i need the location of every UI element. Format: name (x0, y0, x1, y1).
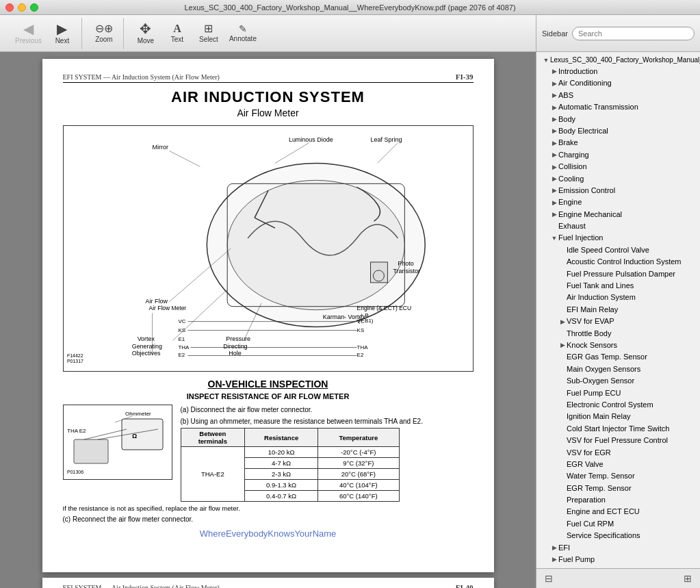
sidebar-item-fuel-tank-lines[interactable]: Fuel Tank and Lines (536, 280, 700, 292)
sidebar-item-preparation[interactable]: Preparation (536, 494, 700, 506)
svg-text:(+ B1): (+ B1) (358, 318, 373, 324)
sidebar-item-fuel-cut-rpm[interactable]: Fuel Cut RPM (536, 518, 700, 530)
arrow-charging: ▶ (550, 151, 558, 159)
sidebar-item-vsv-fuel[interactable]: VSV for Fuel Pressure Control (536, 435, 700, 446)
sidebar-item-brake[interactable]: ▶Brake (536, 137, 700, 149)
select-label: Select (199, 36, 218, 43)
steps-and-table: (a) Disconnect the air flow meter connec… (181, 405, 474, 502)
sidebar-item-egr-valve[interactable]: EGR Valve (536, 459, 700, 470)
svg-text:Hole: Hole (229, 350, 241, 357)
next-button[interactable]: ▶ Next (47, 18, 77, 49)
select-icon: ⊞ (204, 23, 213, 34)
sidebar-item-egr-gas[interactable]: EGR Gas Temp. Sensor (536, 351, 700, 363)
sidebar-item-fuel-pressure-pulsation[interactable]: Fuel Pressure Pulsation Damper (536, 268, 700, 280)
sidebar-item-automatic-transmission[interactable]: ▶Automatic Transmission (536, 101, 700, 113)
arrow-be: ▶ (550, 127, 558, 136)
cell-terminals: THA-E2 (181, 447, 245, 502)
search-box[interactable] (572, 27, 695, 40)
previous-button[interactable]: ◀ Previous (11, 18, 46, 49)
sidebar-item-emission[interactable]: ▶Emission Control (536, 185, 700, 196)
sidebar-item-abs[interactable]: ▶ABS (536, 90, 700, 101)
sidebar-item-ignition-main-relay[interactable]: Ignition Main Relay (536, 411, 700, 422)
sidebar-item-water-temp[interactable]: Water Temp. Sensor (536, 470, 700, 482)
main-layout: EFI SYSTEM — Air Induction System (Air F… (0, 52, 700, 588)
sidebar-item-acoustic[interactable]: Acoustic Control Induction System (536, 256, 700, 268)
next-icon: ▶ (57, 22, 67, 36)
svg-text:Luminous Diode: Luminous Diode (288, 136, 333, 143)
svg-text:Ohmmeter: Ohmmeter (125, 411, 151, 417)
svg-rect-11 (370, 262, 387, 283)
svg-text:E2: E2 (178, 352, 185, 358)
text-button[interactable]: A Text (162, 18, 192, 49)
sidebar-item-knock[interactable]: ▶Knock Sensors (536, 340, 700, 351)
pdf-page-main: EFI SYSTEM — Air Induction System (Air F… (42, 59, 494, 572)
sidebar-item-throttle[interactable]: Throttle Body (536, 328, 700, 340)
close-button[interactable] (5, 3, 14, 12)
svg-text:Directing: Directing (223, 343, 247, 350)
sidebar-item-cooling[interactable]: ▶Cooling (536, 173, 700, 185)
sidebar-item-fuel-pump[interactable]: ▶Fuel Pump (536, 554, 700, 565)
tree-root[interactable]: ▼ Lexus_SC_300_400_Factory_Workshop_Manu… (536, 55, 700, 66)
sidebar-item-engine-mech[interactable]: ▶Engine Mechanical (536, 209, 700, 220)
sidebar-item-vsv-egr[interactable]: VSV for EGR (536, 447, 700, 459)
pdf-footer-text: EFI SYSTEM — Air Induction System (Air F… (63, 584, 220, 589)
tools-group: ✥ Move A Text ⊞ Select ✎ Annotate (127, 18, 265, 49)
minimize-button[interactable] (18, 3, 26, 12)
sidebar-expand-button[interactable]: ⊞ (681, 572, 695, 585)
sidebar-item-sub-oxygen[interactable]: Sub-Oxygen Sensor (536, 375, 700, 387)
sidebar-item-fuel-injection[interactable]: ▼Fuel Injection (536, 232, 700, 244)
move-label: Move (138, 37, 154, 44)
fi-footer-number: FI-40 (456, 583, 474, 588)
annotate-button[interactable]: ✎ Annotate (225, 18, 261, 49)
sidebar-collapse-button[interactable]: ⊟ (542, 572, 556, 585)
sidebar-item-electronic-control[interactable]: Electronic Control System (536, 399, 700, 411)
previous-label: Previous (15, 37, 42, 44)
arrow-ac: ▶ (550, 79, 558, 88)
svg-line-5 (169, 151, 200, 166)
sidebar-item-efi[interactable]: ▶EFI (536, 542, 700, 554)
main-diagram: Luminous Diode Leaf Spring Mirror (63, 125, 474, 372)
arrow-body: ▶ (550, 115, 558, 123)
annotate-label: Annotate (229, 35, 257, 42)
search-input[interactable] (578, 29, 688, 38)
sidebar-item-service-specs[interactable]: Service Specifications (536, 530, 700, 541)
select-button[interactable]: ⊞ Select (194, 18, 224, 49)
sidebar-item-engine[interactable]: ▶Engine (536, 196, 700, 208)
svg-text:Transistor: Transistor (393, 268, 420, 274)
svg-text:E2: E2 (357, 352, 363, 358)
sidebar-tree[interactable]: ▼ Lexus_SC_300_400_Factory_Workshop_Manu… (536, 52, 700, 568)
sidebar-item-charging[interactable]: ▶Charging (536, 149, 700, 161)
sidebar-item-efi-main-relay[interactable]: EFI Main Relay (536, 304, 700, 316)
titlebar-buttons (5, 3, 38, 12)
pdf-page-partial: EFI SYSTEM — Air Induction System (Air F… (42, 578, 494, 588)
sidebar-item-cold-start-time[interactable]: Cold Start Injector Time Switch (536, 423, 700, 435)
sidebar-item-engine-ect-ecu[interactable]: Engine and ECT ECU (536, 506, 700, 517)
table-row: THA-E2 10-20 kΩ -20°C (-4°F) (181, 447, 399, 458)
sidebar-item-body-electrical[interactable]: ▶Body Electrical (536, 125, 700, 137)
arrow-em: ▶ (550, 210, 558, 218)
sidebar-item-body[interactable]: ▶Body (536, 114, 700, 125)
step-c: (c) Reconnect the air flow meter connect… (63, 514, 474, 524)
inspection-section: ON-VEHICLE INSPECTION INSPECT RESISTANCE… (63, 379, 474, 524)
sidebar-item-airconditioning[interactable]: ▶Air Conditioning (536, 77, 700, 89)
sidebar-item-exhaust[interactable]: ▶Exhaust (536, 220, 700, 232)
sidebar-item-air-induction-1[interactable]: Air Induction System (536, 292, 700, 303)
col-temperature: Temperature (318, 429, 399, 447)
sidebar-item-idle-speed[interactable]: Idle Speed Control Valve (536, 244, 700, 256)
pdf-header-text: EFI SYSTEM — Air Induction System (Air F… (63, 73, 220, 81)
text-icon: A (173, 23, 181, 34)
sidebar-item-vsv-evap[interactable]: ▶VSV for EVAP (536, 316, 700, 327)
sidebar-item-main-oxygen[interactable]: Main Oxygen Sensors (536, 363, 700, 375)
zoom-button[interactable]: ⊖⊕ Zoom (89, 18, 119, 49)
move-button[interactable]: ✥ Move (131, 18, 161, 49)
svg-line-2 (274, 143, 309, 164)
small-diagram: Ohmmeter THA E2 Ω P01306 (63, 405, 172, 480)
maximize-button[interactable] (30, 3, 38, 12)
sidebar-item-introduction[interactable]: ▶Introduction (536, 66, 700, 77)
sidebar-item-egr-temp[interactable]: EGR Temp. Sensor (536, 483, 700, 494)
sidebar-header: Sidebar (536, 15, 700, 52)
sidebar-item-fuel-pump-ecu[interactable]: Fuel Pump ECU (536, 387, 700, 399)
sidebar-item-collision[interactable]: ▶Collision (536, 161, 700, 172)
col-between: Betweenterminals (181, 429, 245, 447)
pdf-area: EFI SYSTEM — Air Induction System (Air F… (0, 52, 536, 588)
